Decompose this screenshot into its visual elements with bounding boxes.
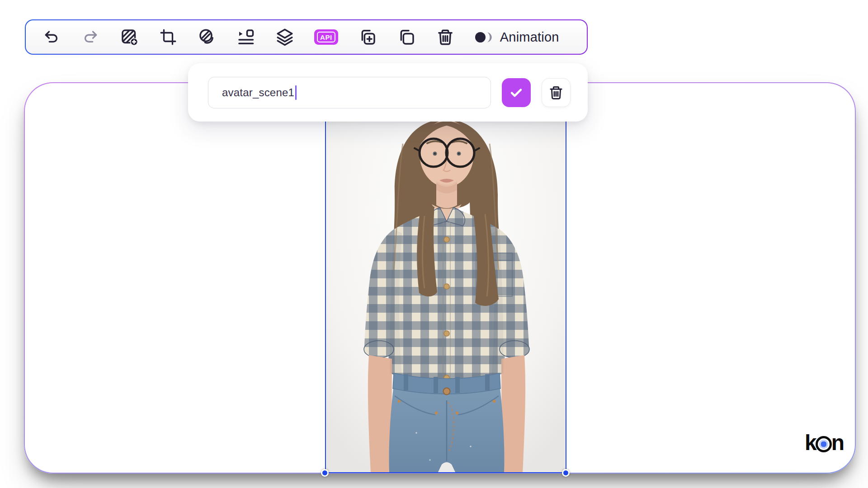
redo-icon: [82, 28, 99, 46]
animation-toggle-icon: [475, 31, 494, 43]
animation-button[interactable]: Animation: [475, 30, 559, 45]
layers-button[interactable]: [275, 27, 294, 47]
undo-button[interactable]: [42, 27, 61, 47]
kon-logo: k n: [805, 430, 844, 455]
insert-media-icon: [237, 28, 255, 46]
check-icon: [509, 85, 524, 100]
crop-button[interactable]: [159, 27, 178, 47]
text-caret: [295, 85, 297, 100]
undo-icon: [43, 28, 60, 46]
selection-handle-bottom-left[interactable]: [321, 469, 329, 477]
replace-image-button[interactable]: [120, 27, 139, 47]
copy-button[interactable]: [397, 27, 416, 47]
logo-eye-icon: [816, 436, 832, 452]
editor-toolbar-inner: API: [26, 20, 587, 54]
duplicate-add-icon: [359, 28, 377, 46]
remove-background-button[interactable]: [198, 27, 217, 47]
delete-rename-button[interactable]: [542, 78, 571, 107]
crop-icon: [160, 28, 177, 46]
image-add-icon: [120, 28, 138, 46]
animation-label: Animation: [500, 30, 559, 45]
redo-button[interactable]: [81, 27, 100, 47]
confirm-rename-button[interactable]: [502, 78, 531, 107]
layers-icon: [276, 28, 294, 46]
editor-toolbar: API: [25, 19, 588, 55]
delete-layer-button[interactable]: [436, 27, 455, 47]
duplicate-add-button[interactable]: [358, 27, 377, 47]
selection-handle-bottom-right[interactable]: [562, 469, 570, 477]
background-remove-icon: [198, 28, 216, 46]
avatar-photo[interactable]: [326, 89, 566, 473]
api-badge-label: API: [317, 32, 335, 42]
logo-text-before: k: [805, 430, 816, 455]
layer-name-value: avatar_scene1: [222, 86, 294, 99]
api-button[interactable]: API: [314, 29, 338, 45]
trash-icon: [436, 28, 454, 46]
layer-name-input[interactable]: avatar_scene1: [208, 77, 491, 108]
insert-media-button[interactable]: [236, 27, 255, 47]
copy-icon: [397, 28, 415, 46]
trash-icon: [548, 85, 564, 100]
layer-rename-panel: avatar_scene1: [188, 63, 588, 122]
logo-text-after: n: [831, 430, 844, 455]
